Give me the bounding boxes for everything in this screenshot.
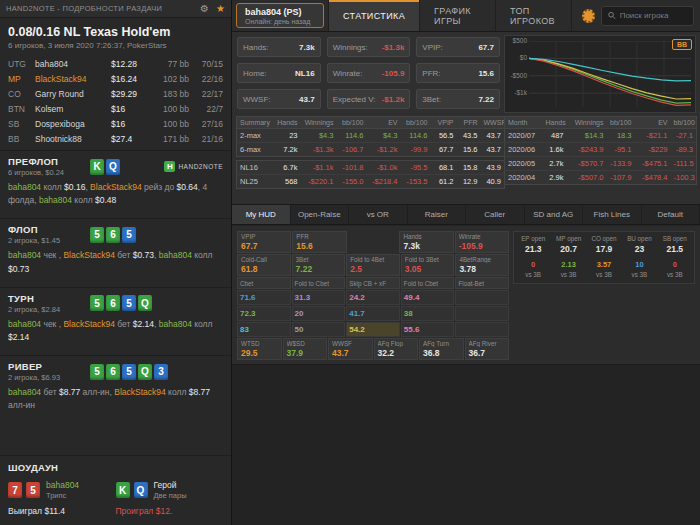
hud-stat-fold-to-4bet[interactable]: Fold to 4Bet2.5 xyxy=(346,254,400,276)
hud-tab-default[interactable]: Default xyxy=(642,205,700,224)
player-tab[interactable]: baha804 (PS) Онлайн: день назад xyxy=(236,3,324,28)
hud-stat-value[interactable]: 54.2 xyxy=(346,322,400,337)
tab-статистика[interactable]: СТАТИСТИКА xyxy=(328,0,420,31)
action-player-name[interactable]: BlackStack94 xyxy=(90,182,142,192)
hud-stat-value[interactable]: 41.7 xyxy=(346,306,400,321)
action-player-name[interactable]: baha804 xyxy=(159,250,192,260)
hud-stat-afq-turn[interactable]: AFq Turn36.8 xyxy=(419,338,464,360)
hud-stat-value[interactable]: 55.6 xyxy=(401,322,455,337)
hud-stat-value[interactable] xyxy=(455,306,509,321)
player-vpip-pfr: 22/17 xyxy=(189,89,223,99)
table-row[interactable]: 2020/052.7k-$570.7-133.9-$475.1-111.5 xyxy=(505,157,697,171)
stat-box[interactable]: 3Bet:7.22 xyxy=(416,89,500,109)
action-player-name[interactable]: BlackStack94 xyxy=(114,387,166,397)
table-row[interactable]: 2020/042.9k-$507.0-107.9-$478.4-100.3 xyxy=(505,171,697,185)
tab-топ-игроков[interactable]: ТОП ИГРОКОВ xyxy=(496,0,573,31)
hud-stat-value: 37.9 xyxy=(287,348,324,358)
action-player-name[interactable]: BlackStack94 xyxy=(63,250,115,260)
hud-stat-pfr[interactable]: PFR15.6 xyxy=(292,231,346,253)
stat-box[interactable]: Winnings:-$1.3k xyxy=(327,37,411,57)
hud-tab-fish-lines[interactable]: Fish Lines xyxy=(583,205,642,224)
hud-tab-open-raise[interactable]: Open-Raise xyxy=(291,205,350,224)
hud-stat-value[interactable] xyxy=(455,290,509,305)
stat-box[interactable]: Expected V:-$1.2k xyxy=(327,89,411,109)
position-stat-column[interactable]: EP open21.30vs 3B xyxy=(516,235,550,278)
action-player-name[interactable]: baha804 xyxy=(8,250,41,260)
player-search[interactable] xyxy=(601,6,694,26)
hud-stat-value[interactable]: 24.2 xyxy=(346,290,400,305)
chart-ytick-label: $500 xyxy=(507,37,527,44)
action-player-name[interactable]: baha804 xyxy=(159,319,192,329)
hud-stat-value[interactable]: 83 xyxy=(237,322,291,337)
bb-toggle-button[interactable]: BB xyxy=(672,39,692,50)
settings-gear-icon[interactable]: ⚙ xyxy=(200,3,209,14)
hud-stat-hands[interactable]: Hands7.3k xyxy=(399,231,453,253)
showdown-hand[interactable]: 75baha804Трипс xyxy=(8,480,116,500)
table-cell: 12.9 xyxy=(457,175,481,189)
action-player-name[interactable]: baha804 xyxy=(8,182,41,192)
hud-stat-value[interactable]: 49.4 xyxy=(401,290,455,305)
stat-box[interactable]: PFR:15.6 xyxy=(416,63,500,83)
player-row[interactable]: MPBlackStack94$16.24102 bb22/16 xyxy=(0,71,231,86)
stat-box[interactable]: WWSF:43.7 xyxy=(237,89,321,109)
street-titlebox: РИВЕР2 игрока, $6.93 xyxy=(8,361,90,382)
hud-tab-my-hud[interactable]: My HUD xyxy=(232,205,291,224)
action-player-name[interactable]: baha804 xyxy=(8,319,41,329)
table-row[interactable]: 2-max23$4.3114.6$4.3114.656.543.543.7 xyxy=(237,129,505,143)
hud-stat-fold-to-3bet[interactable]: Fold to 3Bet3.05 xyxy=(401,254,455,276)
showdown-hand[interactable]: KQГеройДве пары xyxy=(116,480,224,500)
hud-stat-label: Cold-Call xyxy=(241,256,287,263)
stat-box[interactable]: Hands:7.3k xyxy=(237,37,321,57)
hud-stat-value[interactable]: 20 xyxy=(292,306,346,321)
hud-stat-value[interactable]: 72.3 xyxy=(237,306,291,321)
action-player-name[interactable]: BlackStack94 xyxy=(63,319,115,329)
showdown-section: ШОУДАУН 75baha804ТрипсKQГеройДве пары Вы… xyxy=(0,455,231,525)
table-row[interactable]: NL166.7k-$1.1k-101.8-$1.0k-95.568.115.84… xyxy=(237,161,505,175)
hud-stat-winrate[interactable]: Winrate-105.9 xyxy=(455,231,509,253)
position-stat-column[interactable]: SB open21.50vs 3B xyxy=(658,235,692,278)
stat-box[interactable]: Winrate:-105.9 xyxy=(327,63,411,83)
hud-stat-cold-call[interactable]: Cold-Call61.8 xyxy=(237,254,291,276)
position-stat-column[interactable]: BU open2310vs 3B xyxy=(622,235,656,278)
table-row[interactable]: 2020/07487$14.318.3-$21.1-27.1 xyxy=(505,129,697,143)
hud-stat-wwsf[interactable]: WWSF43.7 xyxy=(328,338,373,360)
stat-box[interactable]: Home:NL16 xyxy=(237,63,321,83)
street-pot-info: 2 игрока, $2.84 xyxy=(8,305,90,314)
hud-stat-wtsd[interactable]: WTSD29.5 xyxy=(237,338,282,360)
player-row[interactable]: COGarry Round$29.29183 bb22/17 xyxy=(0,86,231,101)
player-row[interactable]: UTGbaha804$12.2877 bb70/15 xyxy=(0,56,231,71)
hud-stat-vpip[interactable]: VPIP67.7 xyxy=(237,231,291,253)
player-row[interactable]: BTNKolsem$16100 bb22/7 xyxy=(0,101,231,116)
player-row[interactable]: SBDospexiboga$16100 bb27/16 xyxy=(0,116,231,131)
hud-tab-sd-and-ag[interactable]: SD and AG xyxy=(525,205,584,224)
search-input[interactable] xyxy=(620,11,687,20)
player-row[interactable]: BBShootnick88$27.4171 bb21/16 xyxy=(0,131,231,146)
action-segment: чек , xyxy=(41,250,63,260)
hud-stat-value[interactable]: 38 xyxy=(401,306,455,321)
tab-график-игры[interactable]: ГРАФИК ИГРЫ xyxy=(420,0,496,31)
table-row[interactable]: NL25568-$220.1-155.0-$218.4-153.561.212.… xyxy=(237,175,505,189)
hud-tab-raiser[interactable]: Raiser xyxy=(408,205,467,224)
table-row[interactable]: 6-max7.2k-$1.3k-106.7-$1.2k-99.967.715.6… xyxy=(237,143,505,157)
hud-stat-afq-flop[interactable]: AFq Flop32.2 xyxy=(374,338,419,360)
hud-tab-caller[interactable]: Caller xyxy=(466,205,525,224)
hud-stat-4betrange[interactable]: 4BetRange3.78 xyxy=(455,254,509,276)
stat-box[interactable]: VPIP:67.7 xyxy=(416,37,500,57)
hud-stat-w-sd[interactable]: W$SD37.9 xyxy=(283,338,328,360)
position-vs3b-label: vs 3B xyxy=(551,271,585,278)
hud-tab-vs-or[interactable]: vs OR xyxy=(349,205,408,224)
action-player-name[interactable]: baha804 xyxy=(8,387,41,397)
action-player-name[interactable]: baha804 xyxy=(39,195,72,205)
poker-chip-icon[interactable] xyxy=(582,9,595,23)
hud-stat-value[interactable]: 50 xyxy=(292,322,346,337)
position-stat-column[interactable]: MP open20.72.13vs 3B xyxy=(551,235,585,278)
hud-stat-value[interactable] xyxy=(455,322,509,337)
hud-stat-afq-river[interactable]: AFq River36.7 xyxy=(465,338,510,360)
hud-stat-value[interactable]: 31.3 xyxy=(292,290,346,305)
table-row[interactable]: 2020/061.6k-$243.9-95.1-$229-89.3 xyxy=(505,143,697,157)
position-stat-column[interactable]: CO open17.93.57vs 3B xyxy=(587,235,621,278)
hud-stat-value[interactable]: 71.6 xyxy=(237,290,291,305)
favorite-star-icon[interactable]: ★ xyxy=(216,3,225,14)
hud-stat-3bet[interactable]: 3Bet7.22 xyxy=(292,254,346,276)
winnings-chart[interactable]: BB $500$0-$500-$1k xyxy=(504,35,696,113)
